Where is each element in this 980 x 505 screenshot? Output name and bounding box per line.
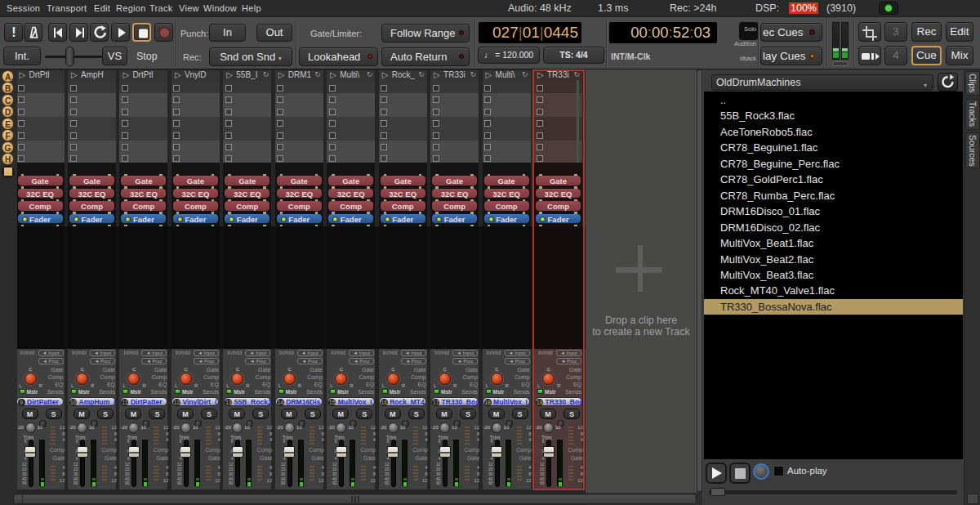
svg-text:!: !: [11, 25, 16, 39]
